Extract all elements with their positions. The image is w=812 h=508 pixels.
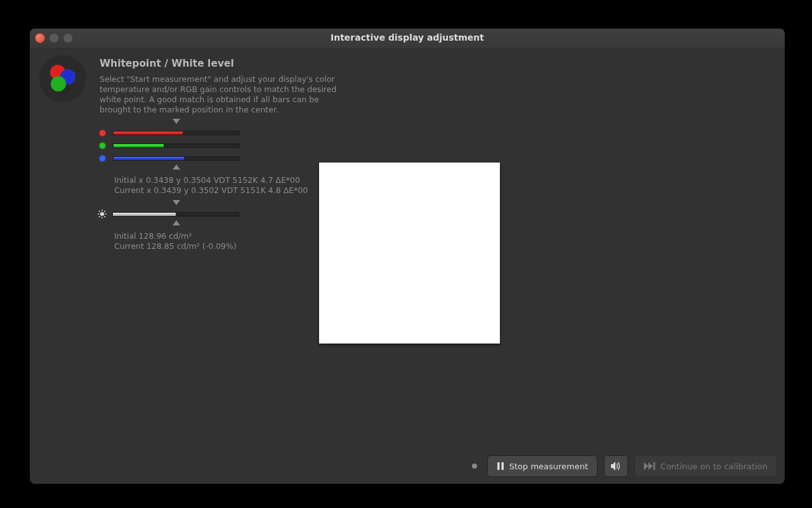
luminance-bar xyxy=(112,212,239,217)
red-bar xyxy=(113,131,240,135)
blue-bar xyxy=(113,156,240,161)
section-heading: Whitepoint / White level xyxy=(100,58,234,69)
blue-dot-icon xyxy=(100,156,105,161)
svg-line-9 xyxy=(104,216,105,217)
svg-point-3 xyxy=(100,212,104,216)
luminance-initial-text: Initial 128.96 cd/m² xyxy=(114,231,237,241)
app-window: Interactive display adjustment Whitepoin… xyxy=(30,29,785,484)
whitepoint-readout: Initial x 0.3438 y 0.3504 VDT 5152K 4.7 … xyxy=(114,175,308,196)
footer: Stop measurement Continue on to calibrat… xyxy=(30,448,785,484)
status-indicator-icon xyxy=(472,464,477,469)
measurement-patch xyxy=(319,163,500,344)
green-dot-icon xyxy=(100,143,105,149)
svg-point-2 xyxy=(51,76,66,91)
app-logo-icon xyxy=(39,55,86,102)
green-bar xyxy=(113,144,240,148)
continue-calibration-button: Continue on to calibration xyxy=(634,455,777,477)
svg-line-11 xyxy=(104,211,105,212)
luminance-bar-group xyxy=(100,200,277,228)
window-title: Interactive display adjustment xyxy=(30,32,785,43)
blue-bar-row xyxy=(100,152,277,164)
red-dot-icon xyxy=(100,130,105,136)
chevron-up-icon xyxy=(173,164,180,170)
continue-button-label: Continue on to calibration xyxy=(660,462,768,471)
speaker-icon xyxy=(611,462,621,471)
whitepoint-initial-text: Initial x 0.3438 y 0.3504 VDT 5152K 4.7 … xyxy=(114,175,308,185)
skip-forward-icon xyxy=(644,462,655,470)
svg-rect-12 xyxy=(497,462,500,470)
luminance-current-text: Current 128.85 cd/m² (-0.09%) xyxy=(114,241,237,251)
pause-icon xyxy=(497,462,504,470)
luminance-bar-row xyxy=(100,208,277,220)
svg-line-10 xyxy=(99,216,100,217)
titlebar: Interactive display adjustment xyxy=(30,29,785,49)
section-description: Select "Start measurement" and adjust yo… xyxy=(100,74,347,115)
stop-measurement-button[interactable]: Stop measurement xyxy=(487,455,598,477)
red-bar-row xyxy=(100,126,277,139)
whitepoint-current-text: Current x 0.3439 y 0.3502 VDT 5151K 4.8 … xyxy=(114,185,308,196)
rgb-bars-group xyxy=(100,119,277,172)
svg-line-8 xyxy=(99,211,100,212)
svg-rect-13 xyxy=(501,462,504,470)
luminance-readout: Initial 128.96 cd/m² Current 128.85 cd/m… xyxy=(114,231,237,252)
green-bar-row xyxy=(100,139,277,152)
brightness-icon xyxy=(98,210,107,218)
sound-button[interactable] xyxy=(604,455,628,477)
stop-button-label: Stop measurement xyxy=(509,462,588,471)
svg-rect-14 xyxy=(653,462,655,470)
chevron-down-icon xyxy=(173,119,180,124)
chevron-down-icon xyxy=(173,200,180,205)
chevron-up-icon xyxy=(173,220,180,225)
